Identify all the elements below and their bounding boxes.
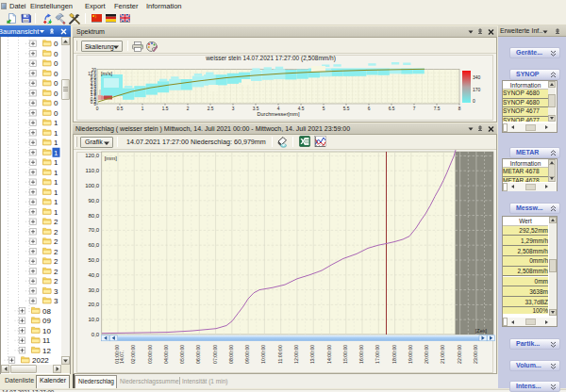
svg-text:08: 08 [42, 307, 51, 316]
svg-text:170: 170 [473, 87, 481, 92]
svg-text:19:00:00: 19:00:00 [408, 345, 413, 364]
svg-text:1: 1 [54, 158, 58, 167]
svg-text:13:00:00: 13:00:00 [309, 345, 315, 364]
svg-text:17:00:00: 17:00:00 [375, 345, 380, 364]
svg-text:10: 10 [42, 327, 51, 335]
svg-text:0: 0 [96, 106, 99, 111]
svg-text:20,0: 20,0 [89, 302, 100, 307]
svg-text:70,0: 70,0 [89, 227, 100, 233]
svg-text:0: 0 [54, 99, 58, 107]
svg-text:05:00:00: 05:00:00 [179, 345, 185, 364]
svg-text:2.5: 2.5 [208, 106, 214, 111]
svg-text:1: 1 [54, 169, 58, 177]
svg-text:12: 12 [42, 347, 51, 355]
svg-text:0: 0 [54, 70, 58, 78]
svg-text:[Zeit]: [Zeit] [475, 328, 488, 334]
svg-text:18:00:00: 18:00:00 [391, 345, 397, 364]
svg-text:0: 0 [54, 59, 58, 68]
svg-text:14:00:00: 14:00:00 [326, 345, 332, 364]
svg-text:2022: 2022 [32, 356, 49, 365]
svg-text:90,0: 90,0 [89, 198, 100, 204]
svg-text:3: 3 [232, 106, 235, 111]
svg-text:2: 2 [54, 228, 58, 237]
svg-text:14.07.: 14.07. [119, 351, 125, 364]
svg-text:3: 3 [54, 297, 58, 305]
svg-text:03:00:00: 03:00:00 [147, 345, 153, 364]
svg-text:10:00:00: 10:00:00 [260, 345, 266, 364]
svg-text:1: 1 [142, 106, 144, 111]
svg-text:7: 7 [413, 106, 416, 111]
svg-text:4.5: 4.5 [298, 106, 305, 111]
svg-text:0: 0 [473, 98, 475, 104]
svg-text:3.5: 3.5 [253, 106, 259, 111]
svg-text:2: 2 [54, 277, 58, 286]
svg-text:2: 2 [54, 268, 58, 276]
svg-text:16:00:00: 16:00:00 [358, 345, 364, 364]
svg-text:11:00:00: 11:00:00 [277, 345, 283, 364]
svg-text:80,0: 80,0 [89, 213, 100, 219]
svg-text:0.5: 0.5 [117, 106, 124, 111]
svg-text:15:00:00: 15:00:00 [342, 345, 348, 364]
svg-text:0: 0 [54, 50, 58, 58]
svg-text:5: 5 [323, 106, 325, 111]
svg-text:120,0: 120,0 [85, 153, 100, 158]
svg-text:2: 2 [187, 106, 190, 111]
svg-text:1.5: 1.5 [162, 106, 169, 111]
svg-text:1: 1 [54, 149, 58, 157]
svg-text:0: 0 [54, 40, 58, 48]
svg-text:100,0: 100,0 [85, 183, 100, 188]
svg-text:6: 6 [368, 106, 371, 111]
svg-text:2: 2 [54, 248, 58, 256]
svg-text:06:00:00: 06:00:00 [195, 345, 201, 364]
svg-text:07:00:00: 07:00:00 [212, 345, 218, 364]
svg-text:5.5: 5.5 [343, 106, 350, 111]
svg-text:0,0: 0,0 [92, 332, 100, 337]
svg-text:1: 1 [54, 178, 58, 187]
svg-text:1: 1 [54, 129, 58, 138]
svg-text:04:00:00: 04:00:00 [163, 345, 169, 364]
svg-text:1: 1 [54, 119, 58, 127]
svg-text:09: 09 [42, 317, 51, 325]
svg-text:30,0: 30,0 [89, 287, 100, 293]
svg-text:10,0: 10,0 [89, 317, 100, 322]
svg-text:[m/s]: [m/s] [101, 71, 112, 76]
svg-text:0: 0 [54, 79, 58, 88]
svg-text:7.5: 7.5 [434, 106, 441, 111]
svg-text:1: 1 [54, 188, 58, 197]
svg-text:12:00:00: 12:00:00 [293, 345, 299, 364]
svg-text:40,0: 40,0 [89, 272, 100, 278]
svg-text:8: 8 [458, 106, 461, 111]
svg-text:6.5: 6.5 [389, 106, 395, 111]
svg-text:Durchmesser[mm]: Durchmesser[mm] [258, 111, 300, 117]
svg-text:3: 3 [54, 287, 58, 296]
svg-text:02:00:00: 02:00:00 [130, 345, 136, 364]
svg-text:110,0: 110,0 [86, 168, 100, 173]
svg-text:1: 1 [54, 198, 58, 206]
svg-text:23:00:00: 23:00:00 [473, 345, 478, 364]
svg-text:21:00:00: 21:00:00 [440, 345, 445, 364]
svg-text:2: 2 [54, 237, 58, 246]
svg-text:2: 2 [54, 257, 58, 266]
svg-text:60,0: 60,0 [89, 242, 100, 248]
svg-text:0: 0 [54, 90, 58, 98]
svg-text:1: 1 [54, 139, 58, 147]
svg-text:2: 2 [54, 218, 58, 226]
svg-text:1: 1 [54, 208, 58, 217]
svg-text:11: 11 [42, 336, 51, 345]
svg-text:4: 4 [277, 106, 280, 111]
svg-text:09:00:00: 09:00:00 [244, 345, 250, 364]
svg-text:22:00:00: 22:00:00 [457, 345, 462, 364]
svg-text:[mm]: [mm] [105, 155, 118, 161]
svg-text:340: 340 [473, 74, 481, 80]
svg-text:50,0: 50,0 [89, 257, 100, 263]
svg-text:08:00:00: 08:00:00 [228, 345, 234, 364]
svg-text:20:00:00: 20:00:00 [424, 345, 429, 364]
svg-text:0: 0 [54, 109, 58, 118]
